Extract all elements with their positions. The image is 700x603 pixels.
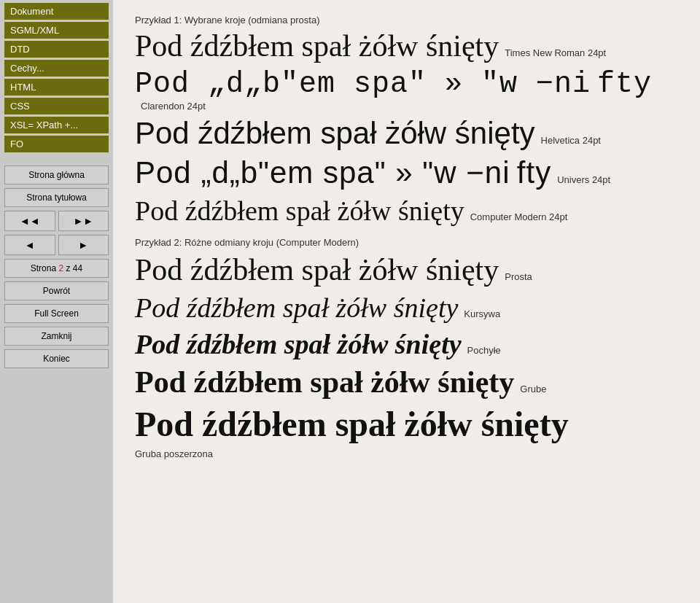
zamknij-button[interactable]: Zamknij <box>4 327 109 346</box>
cm-line-2: Pod źdźbłem spał żółw śnięty Kursywa <box>135 292 678 324</box>
sidebar-item-fo[interactable]: FO <box>4 136 109 152</box>
sidebar: Dokument SGML/XML DTD Cechy... HTML CSS … <box>0 0 113 603</box>
cm-bold-label: Grube <box>520 384 546 394</box>
sidebar-item-dtd[interactable]: DTD <box>4 41 109 58</box>
font-line-3: Pod źdźbłem spał żółw śnięty Helvetica 2… <box>135 116 678 151</box>
computer-modern-sample: Pod źdźbłem spał żółw śnięty <box>135 195 464 227</box>
sidebar-item-xsl[interactable]: XSL= XPath +... <box>4 117 109 133</box>
cm-italic-sample: Pod źdźbłem spał żółw śnięty <box>135 292 458 324</box>
clarendon-sample: Pod „d„b"em spa" » "w −ni fty <box>135 68 652 101</box>
cm-bold-ext-label: Gruba poszerzona <box>135 448 678 459</box>
univers-sample: Pod „d„b"em spa" » "w −ni fty <box>135 155 551 190</box>
main-content: Przykład 1: Wybrane kroje (odmiana prost… <box>113 0 700 603</box>
sidebar-item-css[interactable]: CSS <box>4 98 109 114</box>
example1-label: Przykład 1: Wybrane kroje (odmiana prost… <box>135 15 678 26</box>
clarendon-label: Clarendon 24pt <box>141 101 206 112</box>
sidebar-item-sgml[interactable]: SGML/XML <box>4 22 109 39</box>
cm-oblique-sample: Pod źdźbłem spał żółw śnięty <box>135 328 462 360</box>
helvetica-sample: Pod źdźbłem spał żółw śnięty <box>135 116 535 151</box>
cm-line-1: Pod źdźbłem spał żółw śnięty Prosta <box>135 252 678 287</box>
next-button[interactable]: ► <box>58 235 109 255</box>
font-line-2: Pod „d„b"em spa" » "w −ni fty Clarendon … <box>135 68 678 112</box>
cm-normal-label: Prosta <box>505 271 532 282</box>
strona-tytulowa-button[interactable]: Strona tytułowa <box>4 188 109 207</box>
cm-line-3: Pod źdźbłem spał żółw śnięty Pochyłe <box>135 328 678 360</box>
times-new-roman-label: Times New Roman 24pt <box>505 47 606 58</box>
cm-bold-ext-sample: Pod źdźbłem spał żółw śnięty <box>135 404 569 444</box>
helvetica-label: Helvetica 24pt <box>541 135 601 146</box>
cm-line-4: Pod źdźbłem spał żółw śnięty Grube <box>135 365 678 400</box>
cm-normal-sample: Pod źdźbłem spał żółw śnięty <box>135 252 499 287</box>
times-new-roman-sample: Pod źdźbłem spał żółw śnięty <box>135 28 499 63</box>
page-current: 2 <box>58 263 63 273</box>
example2-label: Przykład 2: Różne odmiany kroju (Compute… <box>135 237 678 248</box>
cm-bold-sample: Pod źdźbłem spał żółw śnięty <box>135 365 514 400</box>
prev-button[interactable]: ◄ <box>4 235 55 255</box>
page-info: Strona 2 z 44 <box>4 259 109 278</box>
cm-italic-label: Kursywa <box>464 308 500 319</box>
strona-glowna-button[interactable]: Strona główna <box>4 166 109 184</box>
sidebar-item-dokument[interactable]: Dokument <box>4 3 109 20</box>
fullscreen-button[interactable]: Full Screen <box>4 304 109 323</box>
sidebar-item-cechy[interactable]: Cechy... <box>4 60 109 77</box>
back-fast-button[interactable]: ◄◄ <box>4 211 55 231</box>
font-line-4: Pod „d„b"em spa" » "w −ni fty Univers 24… <box>135 155 678 190</box>
computer-modern-label: Computer Modern 24pt <box>470 211 568 222</box>
univers-label: Univers 24pt <box>557 174 610 185</box>
koniec-button[interactable]: Koniec <box>4 349 109 368</box>
powrot-button[interactable]: Powrót <box>4 281 109 300</box>
font-line-1: Pod źdźbłem spał żółw śnięty Times New R… <box>135 28 678 63</box>
forward-fast-button[interactable]: ►► <box>58 211 109 231</box>
cm-line-5: Pod źdźbłem spał żółw śnięty <box>135 404 678 444</box>
page-total: 44 <box>73 263 82 273</box>
cm-oblique-label: Pochyłe <box>467 345 501 356</box>
font-line-5: Pod źdźbłem spał żółw śnięty Computer Mo… <box>135 195 678 227</box>
sidebar-item-html[interactable]: HTML <box>4 79 109 96</box>
